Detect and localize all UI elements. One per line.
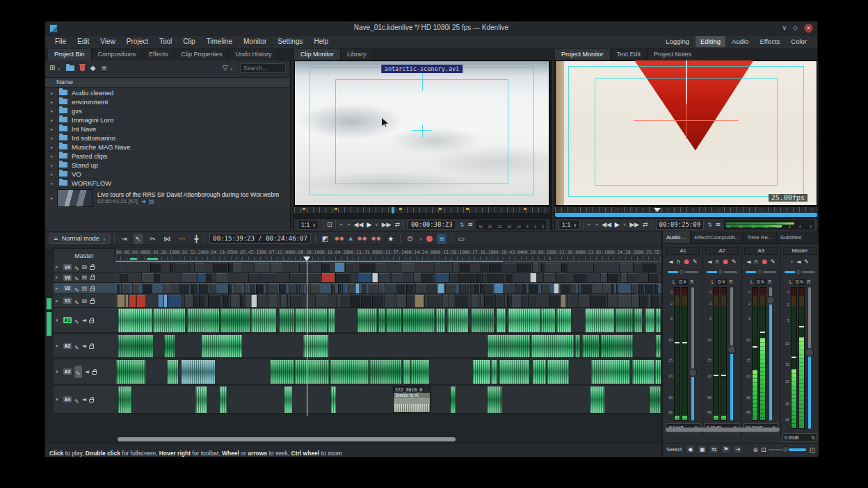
collapse-icon[interactable]: › xyxy=(791,259,793,265)
balance-slider[interactable] xyxy=(707,269,737,275)
menu-monitor[interactable]: Monitor xyxy=(238,35,272,48)
timeline-clip[interactable] xyxy=(459,284,470,293)
track-badge-v1[interactable]: V1 xyxy=(63,298,72,304)
timeline-clip[interactable] xyxy=(328,309,334,332)
timeline-clip[interactable] xyxy=(117,284,121,293)
speaker-icon[interactable]: ◄ xyxy=(82,396,86,403)
collapse-icon[interactable]: ▸ xyxy=(56,286,61,291)
play-button[interactable]: ▶ xyxy=(367,220,371,229)
timeline-clip[interactable] xyxy=(638,284,645,293)
track-lane-a4[interactable]: 372_8616_0Stereo to m xyxy=(115,386,661,414)
timeline-clip[interactable] xyxy=(195,387,207,413)
timeline-clip[interactable] xyxy=(279,284,287,293)
timeline-clip[interactable] xyxy=(295,309,327,332)
timeline-clip[interactable] xyxy=(270,263,282,272)
timeline-clip[interactable] xyxy=(639,295,647,307)
timeline-clip[interactable] xyxy=(357,309,377,332)
balance-value[interactable]: 0⇅ xyxy=(677,279,689,285)
balance-slider[interactable] xyxy=(668,269,698,275)
timeline-clip[interactable] xyxy=(181,360,216,384)
timeline-clip[interactable] xyxy=(655,284,658,293)
timeline-clip[interactable] xyxy=(545,263,561,272)
timeline-clip[interactable] xyxy=(158,295,163,307)
timeline-clip[interactable] xyxy=(118,335,154,357)
project-monitor-ruler[interactable] xyxy=(555,206,817,212)
expand-icon[interactable]: ▸ xyxy=(51,117,55,122)
timeline-clip[interactable] xyxy=(529,284,538,293)
timeline-clip[interactable] xyxy=(471,309,494,332)
timeline-clip[interactable] xyxy=(541,263,544,272)
timeline-clip[interactable] xyxy=(574,335,580,357)
timeline-clip[interactable] xyxy=(643,263,656,272)
tab-undo-history[interactable]: Undo History xyxy=(229,49,278,60)
pen-icon[interactable]: ✎ xyxy=(693,259,698,265)
collapse-icon[interactable]: ▸ xyxy=(56,264,61,270)
collapse-icon[interactable]: ▸ xyxy=(56,298,61,304)
balance-value[interactable]: 0⇅ xyxy=(794,279,805,285)
track-lane-a1[interactable] xyxy=(115,308,661,333)
balance-knob[interactable] xyxy=(717,268,724,275)
timeline-clip[interactable] xyxy=(654,360,661,384)
expand-icon[interactable]: ▸ xyxy=(51,163,55,168)
tab-audio-[interactable]: Audio ... xyxy=(663,231,691,243)
balance-slider[interactable] xyxy=(746,269,776,275)
timeline-clip[interactable] xyxy=(434,263,440,272)
timeline-clip[interactable] xyxy=(633,263,643,272)
expand-icon[interactable]: ▾ xyxy=(56,343,61,349)
subtitles-toggle-button[interactable]: ⇥ xyxy=(733,445,742,454)
timeline-clip[interactable] xyxy=(600,273,607,282)
fader-knob[interactable] xyxy=(805,348,814,357)
timeline-clip[interactable] xyxy=(480,284,485,293)
collapse-icon[interactable]: ▸ xyxy=(56,275,61,280)
mute-icon[interactable]: ◄ xyxy=(746,259,750,265)
timeline-clip[interactable] xyxy=(299,284,304,293)
timeline-clip[interactable] xyxy=(616,284,618,293)
tab-effect-compositi-[interactable]: Effect/Compositi... xyxy=(691,231,744,243)
track-effects-icon[interactable]: ✎ xyxy=(74,366,82,378)
timeline-clip[interactable] xyxy=(582,335,599,357)
timeline-clip[interactable] xyxy=(415,295,424,307)
pen-icon[interactable]: ✎ xyxy=(804,259,809,265)
record-arm-icon[interactable]: ● xyxy=(723,258,728,265)
timeline-clip[interactable] xyxy=(150,263,161,272)
timeline-clip[interactable] xyxy=(330,360,369,384)
workspace-tab-audio[interactable]: Audio xyxy=(727,36,753,47)
timeline-timecode[interactable]: 00:15:39:23 / 00:24:46:07 xyxy=(209,234,310,244)
expand-icon[interactable]: ▸ xyxy=(51,172,55,177)
workspace-tab-effects[interactable]: Effects xyxy=(755,36,785,47)
timeline-clip[interactable] xyxy=(118,309,152,332)
timeline-clip[interactable] xyxy=(424,295,427,307)
track-target-indicator[interactable] xyxy=(47,312,51,336)
lock-icon[interactable] xyxy=(90,288,95,291)
mixer-strip-name[interactable]: A2 xyxy=(705,247,739,255)
play-button[interactable]: ▶ xyxy=(615,220,620,229)
timeline-clip[interactable] xyxy=(230,295,239,307)
bin-folder-row[interactable]: ▸Int Nave xyxy=(45,124,290,133)
filter-icon[interactable]: ▽ xyxy=(223,63,228,73)
timeline-clip[interactable] xyxy=(590,295,594,307)
timeline-clip[interactable] xyxy=(495,295,504,307)
monitor-zoom-dropdown[interactable]: 1:1∨ xyxy=(558,220,580,230)
track-effects-icon[interactable]: ✎ xyxy=(74,295,79,307)
timeline-clip[interactable] xyxy=(426,284,437,293)
timeline-clip[interactable] xyxy=(591,360,629,384)
fast-forward-button[interactable]: ▶▶ xyxy=(382,220,392,229)
mixer-strip-name[interactable]: Master xyxy=(783,247,817,255)
expand-icon[interactable]: ▸ xyxy=(51,99,55,104)
edit-mode-dropdown[interactable]: ≐ Normal mode ∨ xyxy=(49,234,110,244)
timeline-clip[interactable] xyxy=(121,284,130,293)
timeline-clip[interactable] xyxy=(143,284,152,293)
timeline-clip[interactable] xyxy=(645,284,654,293)
timeline-clip[interactable] xyxy=(522,295,527,307)
bin-folder-row[interactable]: ▸Stand up xyxy=(45,161,290,170)
timeline-clip[interactable] xyxy=(199,284,209,293)
timeline-clip[interactable] xyxy=(470,284,472,293)
timeline-clip[interactable] xyxy=(501,263,516,272)
timeline-clip[interactable] xyxy=(378,284,383,293)
timeline-clip[interactable] xyxy=(480,295,483,307)
timeline-clip[interactable] xyxy=(279,309,295,332)
track-badge-a4[interactable]: A4 xyxy=(63,396,72,402)
save-zone-button[interactable]: ▣ xyxy=(698,445,707,454)
expand-icon[interactable]: ▾ xyxy=(56,318,61,323)
timeline-clip[interactable] xyxy=(487,387,502,413)
